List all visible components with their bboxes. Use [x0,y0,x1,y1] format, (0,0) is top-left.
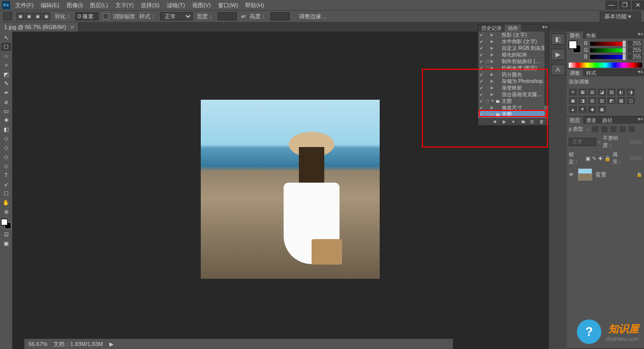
adjustment-icon[interactable]: ▦ [617,97,625,104]
r-value[interactable]: 255 [628,41,642,46]
panel-color-swatch[interactable] [569,41,581,53]
magic-wand-tool[interactable]: ✧ [1,61,11,69]
menu-filter[interactable]: 滤镜(T) [167,2,185,9]
crop-tool[interactable]: ◩ [1,70,11,78]
adjustment-icon[interactable]: ▥ [598,97,606,104]
g-value[interactable]: 255 [628,47,642,53]
brush-tool[interactable]: ⌀ [1,98,11,106]
history-brush-tool[interactable]: ✚ [1,116,11,124]
menu-layer[interactable]: 图层(L) [90,2,108,9]
adjustment-icon[interactable]: ◨ [578,97,587,104]
menu-type[interactable]: 文字(Y) [115,2,134,9]
opacity-value[interactable]: 100% [629,139,642,145]
maximize-button[interactable]: ❐ [619,1,631,10]
b-slider[interactable] [590,55,626,59]
lock-move-icon[interactable]: ✚ [598,156,602,161]
menu-help[interactable]: 帮助(H) [245,2,264,9]
hand-tool[interactable]: ✋ [1,198,11,207]
menu-image[interactable]: 图像(I) [67,2,83,9]
new-action-icon[interactable]: ⊞ [530,119,536,124]
width-input[interactable] [218,12,237,20]
adjustment-icon[interactable]: ▧ [607,89,616,96]
layer-thumbnail[interactable] [578,168,592,181]
adjustment-icon[interactable]: ▦ [578,89,587,96]
dock-icon-1[interactable]: ◧ [551,34,565,45]
eyedropper-tool[interactable]: ✎ [1,79,11,88]
lock-pixels-icon[interactable]: ▣ [586,156,590,161]
menu-select[interactable]: 选择(S) [141,2,160,9]
panel-menu-icon[interactable]: ▾≡ [541,24,548,32]
action-row[interactable]: ✔□▶🖿主图 [478,111,548,118]
document-canvas[interactable] [201,100,380,279]
action-row[interactable]: ✔□▶棕褐色调 (图层) [478,65,548,71]
workspace-switcher[interactable]: 基本功能 ▾ [600,12,641,21]
layer-kind-label[interactable]: ρ 类型 [569,126,583,133]
r-slider[interactable] [590,42,626,46]
shape-tool[interactable]: ☐ [1,189,11,197]
adjustment-icon[interactable]: ◐ [617,89,625,96]
adjustment-icon[interactable]: ▨ [588,89,596,96]
tab-paths[interactable]: 路径 [599,117,616,124]
panel-menu-icon[interactable]: ▾≡ [637,32,644,39]
adjustment-icon[interactable]: ☀ [569,89,577,96]
panel-menu-icon[interactable]: ▾≡ [637,117,644,124]
adjustment-icon[interactable]: ▣ [569,97,577,104]
tab-layers[interactable]: 图层 [567,117,583,124]
tab-adjustments[interactable]: 调整 [567,69,583,76]
action-row[interactable]: ✔▶渐变映射 [478,84,548,91]
play-icon[interactable]: ▶ [503,119,509,124]
tab-swatches[interactable]: 色板 [583,32,599,39]
layer-row[interactable]: 👁 背景 🔒 [569,166,642,183]
antialias-checkbox[interactable] [103,13,109,19]
eraser-tool[interactable]: ◧ [1,125,11,133]
adjustment-icon[interactable]: ◫ [627,97,635,104]
foreground-color[interactable] [1,219,8,225]
action-row[interactable]: ✔▶自定义 RGB 到灰度 [478,45,548,51]
link-icon[interactable]: ⇌ [241,13,246,20]
adjustment-icon[interactable]: ▲ [569,106,577,113]
height-input[interactable] [270,12,290,20]
selection-subtract-icon[interactable]: ▣ [34,12,42,20]
selection-add-icon[interactable]: ▣ [25,12,33,20]
filter-shape-icon[interactable] [620,126,626,132]
action-row[interactable]: ✔▶存储为 Photoshop… [478,78,548,84]
tab-history[interactable]: 历史记录 [478,24,505,32]
tab-channels[interactable]: 通道 [583,117,599,124]
color-ramp[interactable] [569,63,642,68]
feather-input[interactable] [75,12,99,20]
tab-actions[interactable]: 动作 [505,24,521,32]
move-tool[interactable]: ↖ [1,34,11,42]
tool-preset-picker[interactable] [3,12,12,20]
blur-tool[interactable]: ◇ [1,143,11,152]
b-value[interactable]: 255 [628,54,642,60]
trash-icon[interactable]: 🗑 [539,119,545,124]
lock-all-icon[interactable]: 🔒 [604,156,610,161]
type-tool[interactable]: T [1,171,11,179]
action-row[interactable]: ✔□▼🖿主图 [478,98,548,104]
lasso-tool[interactable]: ○ [1,52,11,60]
adjustment-icon[interactable]: ◩ [607,97,616,104]
menu-window[interactable]: 窗口(W) [218,2,238,9]
status-arrow-icon[interactable]: ▶ [109,341,113,347]
adjustment-icon[interactable]: ▣ [598,106,606,113]
adjustment-icon[interactable]: ◑ [627,89,635,96]
menu-edit[interactable]: 编辑(E) [41,2,59,9]
tab-styles[interactable]: 样式 [583,69,599,76]
dock-icon-3[interactable]: A [551,64,565,75]
g-slider[interactable] [590,48,626,52]
pen-tool[interactable]: ◇ [1,162,11,170]
selection-new-icon[interactable]: ▣ [16,12,24,20]
selection-intersect-icon[interactable]: ▣ [42,12,50,20]
canvas-area[interactable]: 66.67% 文档：1.83M/1.83M ▶ [12,32,548,349]
quickmask-tool[interactable]: ⊡ [1,230,11,238]
action-row[interactable]: ✔▶修改尺寸 [478,104,548,111]
action-row[interactable]: ✔▶熔化的铅块 [478,51,548,58]
color-swatch[interactable] [1,219,11,229]
filter-smart-icon[interactable] [629,126,635,132]
scrollbar[interactable] [544,32,548,118]
adjustment-icon[interactable]: ◆ [588,106,596,113]
visibility-icon[interactable]: 👁 [569,172,575,177]
dock-icon-2[interactable]: ▶ [551,49,565,60]
marquee-tool[interactable]: ☐ [1,43,11,51]
screenmode-tool[interactable]: ▣ [1,239,11,247]
